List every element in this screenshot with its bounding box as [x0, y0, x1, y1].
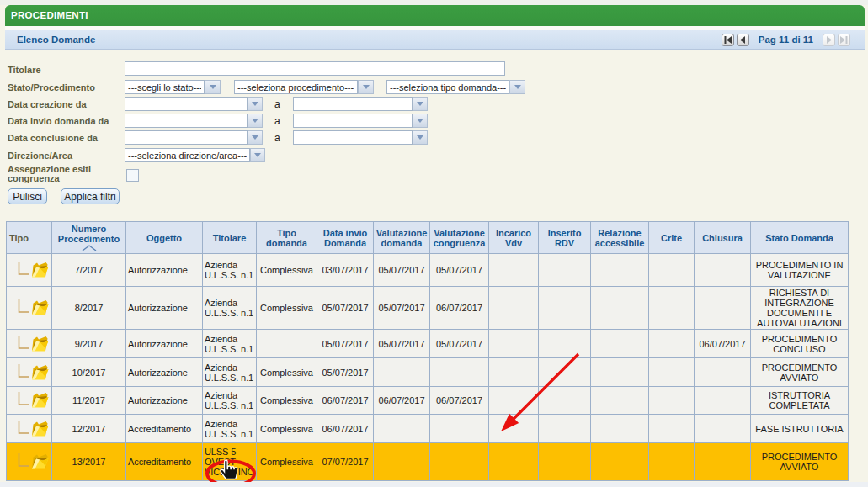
table-row[interactable]: 7/2017AutorizzazioneAzienda U.L.S.S. n.1…: [7, 254, 849, 287]
cell-relazione-accessibile: [591, 443, 649, 481]
pagination: Pag 11 di 11: [722, 30, 850, 49]
cell-valutazione-domanda: 06/07/2017: [374, 387, 430, 415]
folder-icon: [32, 300, 49, 315]
data-invio-da-dropdown-button[interactable]: [248, 114, 263, 128]
chevron-down-icon: [417, 135, 423, 140]
cell-data-invio: 06/07/2017: [317, 387, 374, 415]
data-creazione-a-label: a: [274, 98, 280, 110]
cell-valutazione-congruenza: 06/07/2017: [430, 387, 489, 415]
column-header-incarico-vdv[interactable]: Incarico Vdv: [489, 222, 539, 254]
cell-valutazione-domanda: 05/07/2017: [374, 330, 430, 358]
cell-titolare[interactable]: Azienda U.L.S.S. n.1: [203, 254, 257, 287]
tree-branch-icon: [19, 364, 30, 377]
cell-titolare[interactable]: Azienda U.L.S.S. n.1: [203, 330, 257, 358]
data-invio-da-input[interactable]: [125, 114, 248, 128]
column-header-valutazione-congruenza[interactable]: Valutazione congruenza: [430, 222, 489, 254]
direzione-area-select-value[interactable]: [125, 148, 250, 162]
tipo-domanda-select-value[interactable]: [386, 80, 509, 94]
cell-valutazione-domanda: 05/07/2017: [374, 254, 430, 287]
previous-page-button[interactable]: [737, 34, 749, 46]
cell-tipo-domanda: Complessiva: [257, 287, 317, 330]
data-conclusione-a-dropdown-button[interactable]: [413, 130, 428, 145]
cell-titolare[interactable]: Azienda U.L.S.S. n.1: [203, 358, 257, 387]
direzione-area-dropdown-button[interactable]: [250, 148, 265, 162]
data-conclusione-da-input[interactable]: [125, 130, 248, 145]
cell-crite: [649, 287, 695, 330]
column-header-chiusura[interactable]: Chiusura: [695, 222, 751, 254]
column-header-relazione-accessibile[interactable]: Relazione accessibile: [591, 222, 649, 254]
titolare-input[interactable]: [125, 61, 505, 76]
cell-tipo[interactable]: [7, 358, 52, 387]
chevron-down-icon: [254, 153, 261, 157]
cell-titolare[interactable]: ULSS 5 OVEST VICENTINO: [203, 443, 257, 481]
next-page-button[interactable]: [823, 34, 835, 46]
cell-relazione-accessibile: [591, 287, 649, 330]
table-row[interactable]: 10/2017AutorizzazioneAzienda U.L.S.S. n.…: [7, 358, 849, 387]
cell-titolare[interactable]: Azienda U.L.S.S. n.1: [203, 287, 257, 330]
stato-select-dropdown-button[interactable]: [205, 80, 221, 94]
data-invio-a-dropdown-button[interactable]: [413, 114, 428, 128]
cell-tipo-domanda: Complessiva: [257, 254, 317, 287]
chevron-down-icon: [363, 85, 370, 89]
column-header-valutazione-domanda[interactable]: Valutazione domanda: [374, 222, 430, 254]
data-creazione-da-dropdown-button[interactable]: [248, 97, 263, 111]
table-row[interactable]: 8/2017AutorizzazioneAzienda U.L.S.S. n.1…: [7, 287, 849, 330]
applica-filtri-button[interactable]: Applica filtri: [61, 188, 120, 204]
pulisci-button[interactable]: Pulisci: [8, 188, 47, 204]
cell-numero: 13/2017: [52, 443, 126, 481]
cell-stato: PROCEDIMENTO CONCLUSO: [751, 330, 849, 358]
data-creazione-a-dropdown-button[interactable]: [413, 97, 428, 111]
column-header-oggetto[interactable]: Oggetto: [126, 222, 203, 254]
column-header-tipo-domanda[interactable]: Tipo domanda: [257, 222, 317, 254]
cell-relazione-accessibile: [591, 387, 649, 415]
tipo-domanda-select-dropdown-button[interactable]: [509, 80, 525, 94]
data-creazione-da-input[interactable]: [125, 97, 248, 111]
cell-valutazione-domanda: [374, 415, 430, 443]
column-header-numero-procedimento[interactable]: Numero Procedimento: [52, 222, 126, 254]
cell-tipo[interactable]: [7, 415, 52, 443]
cell-inserito-rdv: [539, 387, 591, 415]
cell-inserito-rdv: [539, 254, 591, 287]
column-header-crite[interactable]: Crite: [649, 222, 695, 254]
table-row[interactable]: 9/2017AutorizzazioneAzienda U.L.S.S. n.1…: [7, 330, 849, 358]
data-invio-a-input[interactable]: [293, 114, 413, 128]
column-header-titolare[interactable]: Titolare: [203, 222, 257, 254]
column-header-stato-domanda[interactable]: Stato Domanda: [751, 222, 849, 254]
cell-chiusura: [695, 358, 751, 387]
previous-page-icon: [739, 36, 746, 44]
cell-tipo[interactable]: [7, 443, 52, 481]
assegnazione-checkbox[interactable]: [126, 169, 139, 182]
table-row[interactable]: 12/2017AccreditamentoAzienda U.L.S.S. n.…: [7, 415, 849, 443]
cell-titolare[interactable]: Azienda U.L.S.S. n.1: [203, 415, 257, 443]
data-conclusione-a-input[interactable]: [293, 130, 413, 145]
first-page-button[interactable]: [722, 34, 734, 46]
table-row[interactable]: 11/2017AutorizzazioneAzienda U.L.S.S. n.…: [7, 387, 849, 415]
column-header-inserito-rdv[interactable]: Inserito RDV: [539, 222, 591, 254]
cell-tipo-domanda: Complessiva: [257, 387, 317, 415]
table-row[interactable]: 13/2017AccreditamentoULSS 5 OVEST VICENT…: [7, 443, 849, 481]
data-conclusione-da-dropdown-button[interactable]: [248, 130, 263, 145]
last-page-button[interactable]: [838, 34, 850, 46]
cell-incarico-vdv: [489, 287, 539, 330]
stato-select-value[interactable]: [125, 80, 205, 94]
cell-incarico-vdv: [489, 387, 539, 415]
cell-relazione-accessibile: [591, 358, 649, 387]
cell-data-invio: 07/07/2017: [317, 443, 374, 481]
direzione-area-label: Direzione/Area: [8, 151, 72, 161]
procedimento-select-value[interactable]: [234, 80, 358, 94]
cell-oggetto: Autorizzazione: [126, 358, 203, 387]
cell-titolare[interactable]: Azienda U.L.S.S. n.1: [203, 387, 257, 415]
chevron-down-icon: [252, 102, 258, 106]
cell-stato: ISTRUTTORIA COMPLETATA: [751, 387, 849, 415]
cell-tipo[interactable]: [7, 387, 52, 415]
tree-branch-icon: [19, 336, 30, 348]
cell-tipo[interactable]: [7, 330, 52, 358]
column-header-data-invio[interactable]: Data invio Domanda: [317, 222, 374, 254]
cell-tipo[interactable]: [7, 254, 52, 287]
data-creazione-a-input[interactable]: [293, 97, 413, 111]
cell-tipo[interactable]: [7, 287, 52, 330]
procedimento-select-dropdown-button[interactable]: [358, 80, 374, 94]
tree-node-folder-icon: [18, 363, 50, 382]
cell-valutazione-domanda: [374, 358, 430, 387]
cell-valutazione-congruenza: [430, 415, 489, 443]
